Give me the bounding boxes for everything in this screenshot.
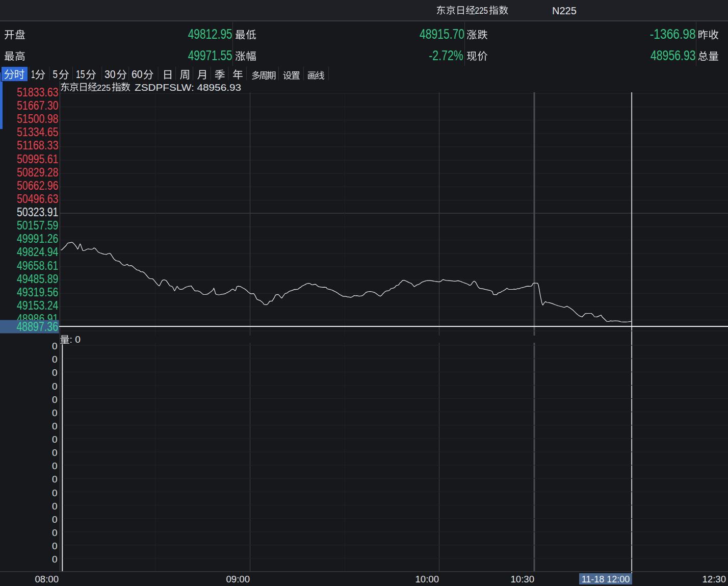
svg-text:N225: N225	[552, 5, 577, 16]
svg-text:48915.70: 48915.70	[420, 26, 464, 42]
svg-text:50323.91: 50323.91	[17, 206, 59, 219]
svg-text:10:00: 10:00	[415, 574, 439, 584]
svg-text:0: 0	[52, 461, 58, 471]
svg-text:50157.59: 50157.59	[17, 219, 59, 232]
svg-text:-2.72%: -2.72%	[429, 47, 463, 63]
svg-text:50496.63: 50496.63	[17, 192, 59, 206]
svg-text:49812.95: 49812.95	[188, 26, 232, 42]
svg-text:51168.33: 51168.33	[17, 139, 59, 152]
svg-text:0: 0	[52, 354, 58, 365]
svg-text:0: 0	[52, 514, 58, 525]
svg-text:225: 225	[97, 83, 111, 93]
svg-text:0: 0	[52, 447, 58, 458]
svg-text:49991.26: 49991.26	[17, 232, 59, 245]
svg-text:0: 0	[52, 501, 58, 512]
svg-text:51334.65: 51334.65	[17, 125, 59, 139]
svg-text:49319.56: 49319.56	[17, 286, 59, 299]
svg-text:-1366.98: -1366.98	[650, 26, 696, 42]
svg-text:0: 0	[52, 407, 58, 418]
svg-text:49485.89: 49485.89	[17, 272, 59, 286]
svg-text:15: 15	[76, 68, 85, 81]
svg-text:11-18 12:00: 11-18 12:00	[582, 574, 630, 584]
svg-text:5: 5	[53, 68, 58, 81]
svg-text:0: 0	[52, 367, 58, 378]
svg-text:48956.93: 48956.93	[651, 47, 696, 63]
svg-text:0: 0	[52, 381, 58, 392]
svg-text:ZSDPFSLW: 48956.93: ZSDPFSLW: 48956.93	[135, 82, 241, 93]
svg-text:51833.63: 51833.63	[17, 86, 59, 99]
svg-text:1: 1	[31, 68, 35, 81]
svg-text:50662.96: 50662.96	[17, 179, 59, 192]
svg-text:08:00: 08:00	[35, 574, 59, 584]
svg-text:0: 0	[52, 474, 58, 485]
svg-text:0: 0	[52, 341, 58, 351]
svg-text:225: 225	[475, 6, 488, 16]
svg-text:0: 0	[52, 488, 58, 498]
svg-text:49153.24: 49153.24	[17, 299, 59, 312]
svg-text:10:30: 10:30	[511, 574, 535, 584]
svg-text:: 0: : 0	[70, 334, 81, 345]
svg-text:49658.61: 49658.61	[17, 259, 59, 272]
svg-text:51500.98: 51500.98	[17, 112, 59, 125]
svg-text:0: 0	[52, 541, 58, 551]
svg-text:50995.61: 50995.61	[17, 152, 59, 166]
svg-text:09:00: 09:00	[226, 574, 250, 584]
svg-text:50829.28: 50829.28	[17, 166, 59, 179]
svg-text:12:30: 12:30	[703, 574, 726, 584]
svg-text:49824.94: 49824.94	[17, 245, 59, 259]
svg-text:30: 30	[105, 68, 116, 81]
svg-text:51667.30: 51667.30	[17, 99, 59, 112]
svg-text:60: 60	[132, 68, 143, 81]
svg-text:0: 0	[52, 434, 58, 445]
svg-text:0: 0	[52, 527, 58, 538]
svg-text:0: 0	[52, 394, 58, 405]
svg-text:48897.36: 48897.36	[17, 319, 59, 334]
svg-text:0: 0	[52, 421, 58, 431]
svg-text:49971.55: 49971.55	[188, 47, 232, 63]
svg-text:0: 0	[52, 554, 58, 565]
